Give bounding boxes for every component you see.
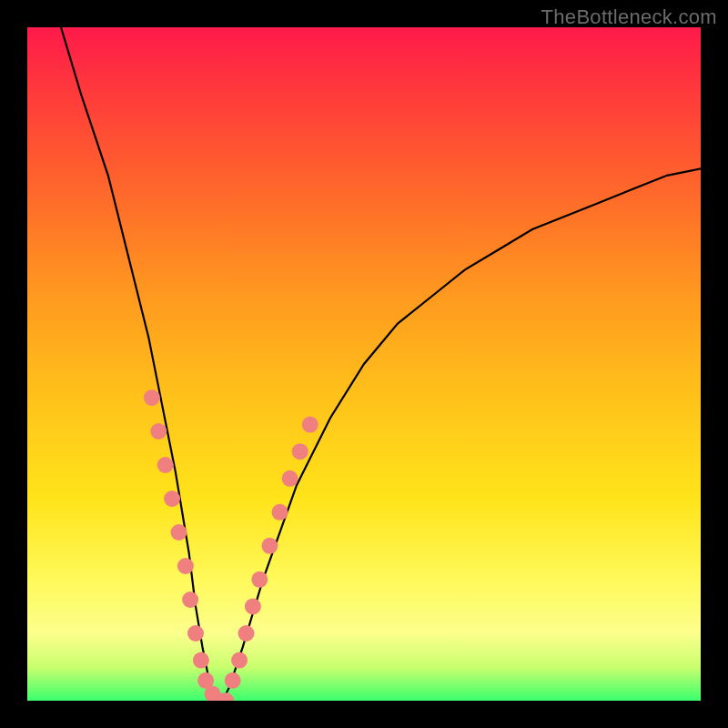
chart-frame: TheBottleneck.com [0,0,728,728]
data-point [157,457,174,473]
data-point [150,423,167,440]
data-point [251,571,268,588]
data-point [225,672,241,689]
data-point [177,558,194,574]
data-point [282,470,298,487]
data-point [144,389,160,406]
data-point [171,524,187,541]
watermark-text: TheBottleneck.com [541,5,717,29]
data-point [182,592,198,608]
data-point [193,652,209,669]
data-point [245,598,261,614]
data-point [302,417,318,433]
bottleneck-curve [61,27,701,701]
dots-group [144,389,318,701]
data-point [272,504,288,521]
data-point [238,625,255,642]
curve-svg [27,27,701,701]
data-point [292,443,308,460]
plot-area [27,27,701,701]
data-point [164,490,180,507]
data-point [231,652,248,669]
data-point [261,538,278,554]
data-point [187,625,204,642]
